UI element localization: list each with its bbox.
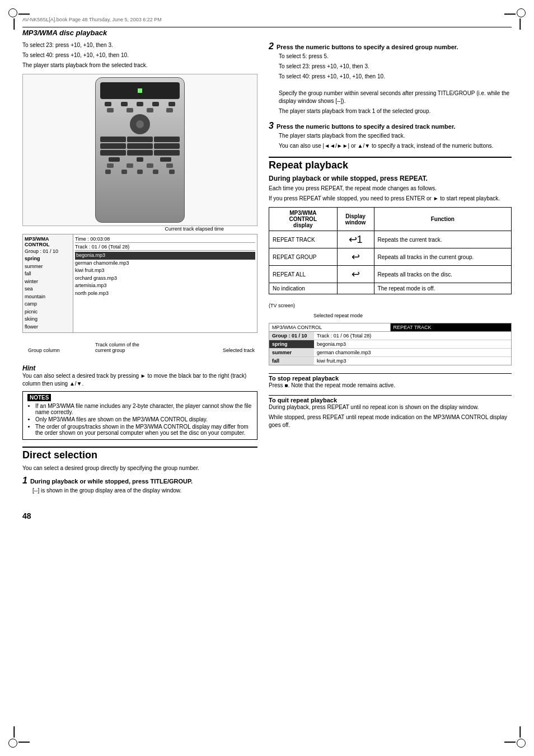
tv-row-fall-val: kiwi fruit.mp3	[314, 357, 511, 365]
diagram-container: Current track elapsed time MP3/WMA CONTR…	[22, 234, 257, 353]
ctrl-group-info: Group : 01 / 10	[25, 248, 71, 254]
table-header-2: Function	[374, 208, 511, 231]
group-winter: winter	[25, 278, 71, 286]
repeat-table: MP3/WMACONTROLdisplay Displaywindow Func…	[269, 207, 512, 294]
step2-detail1: Specify the group number within several …	[279, 90, 512, 105]
ctrl-left-items: spring summer fall winter sea mountain c…	[25, 255, 71, 331]
remote-control	[95, 77, 185, 223]
repeat-track-icon: ↩1	[337, 231, 374, 248]
table-row-repeat-track: REPEAT TRACK ↩1 Repeats the current trac…	[269, 231, 512, 248]
repeat-playback-section: Repeat playback During playback or while…	[269, 157, 512, 294]
group-skiing: skiing	[25, 316, 71, 323]
repeat-group-control: REPEAT GROUP	[269, 248, 338, 266]
notes-box: NOTES If an MP3/WMA file name includes a…	[22, 391, 257, 440]
ctrl-track-info: Track : 01 / 06 (Total 28)	[75, 244, 255, 251]
hint-title: Hint	[22, 364, 257, 372]
step2-detail2: The player starts playback from track 1 …	[279, 107, 512, 115]
step2-line2: To select 40: press +10, +10, +10, then …	[279, 73, 512, 81]
track-5: north pole.mp3	[75, 290, 255, 298]
repeat-group-symbol: ↩	[352, 251, 360, 262]
step1-detail: [--] is shown in the group display area …	[32, 487, 257, 495]
tv-row-fall: fall kiwi fruit.mp3	[269, 357, 511, 365]
tv-row-summer-val: german chamomile.mp3	[314, 349, 511, 356]
tv-screen-box: MP3/WMA CONTROL REPEAT TRACK Group : 01 …	[269, 323, 512, 365]
repeat-all-symbol: ↩	[352, 269, 360, 280]
remote-display	[100, 82, 180, 99]
ann-selected-track: Selected track	[223, 348, 255, 353]
tv-row-group-val: Track : 01 / 06 (Total 28)	[314, 332, 511, 340]
hint-text: You can also select a desired track by p…	[22, 372, 257, 388]
step2-title: Press the numeric buttons to specify a d…	[277, 44, 458, 50]
track-2: kiwi fruit.mp3	[75, 267, 255, 275]
elapsed-label: Current track elapsed time	[165, 226, 224, 232]
step2-num: 2	[269, 41, 274, 51]
direct-selection-section: Direct selection You can select a desire…	[22, 447, 257, 495]
track-3: orchard grass.mp3	[75, 275, 255, 283]
step3-detail2: You can also use |◄◄/►►| or ▲/▼ to speci…	[279, 142, 512, 150]
tv-row-fall-label: fall	[269, 357, 314, 365]
group-fall: fall	[25, 270, 71, 278]
left-column: To select 23: press +10, +10, then 3. To…	[22, 41, 257, 500]
table-row-repeat-group: REPEAT GROUP ↩ Repeats all tracks in the…	[269, 248, 512, 266]
quit-repeat-text1: During playback, press REPEAT until no r…	[269, 403, 512, 411]
step1-num: 1	[22, 476, 27, 486]
note-item-1: Only MP3/WMA files are shown on the MP3/…	[35, 416, 252, 422]
tv-row-spring: spring begonia.mp3	[269, 340, 511, 349]
stop-repeat-text: Press ■. Note that the repeat mode remai…	[269, 382, 512, 389]
tv-header-col2: REPEAT TRACK	[391, 323, 512, 331]
step3-block: 3 Press the numeric buttons to specify a…	[269, 121, 512, 150]
tv-row-spring-label: spring	[269, 340, 314, 348]
select-23-line: To select 23: press +10, +10, then 3.	[22, 41, 257, 49]
page: AV-NK58SL[A].book Page 48 Thursday, June…	[0, 0, 534, 756]
tv-screen-label: (TV screen)	[269, 302, 512, 309]
group-summer: summer	[25, 263, 71, 271]
repeat-desc2: If you press REPEAT while stopped, you n…	[269, 195, 512, 203]
step2-block: 2 Press the numeric buttons to specify a…	[269, 41, 512, 115]
page-number: 48	[22, 511, 512, 520]
step2-line1: To select 23: press +10, +10, then 3.	[279, 63, 512, 71]
ctrl-tracks: begonia.mp3 german chamomile.mp3 kiwi fr…	[75, 252, 255, 297]
right-column: 2 Press the numeric buttons to specify a…	[269, 41, 512, 500]
section-title: MP3/WMA disc playback	[22, 29, 107, 37]
direct-selection-title: Direct selection	[22, 447, 257, 461]
stop-repeat-section: To stop repeat playback Press ■. Note th…	[269, 373, 512, 389]
group-flower: flower	[25, 323, 71, 331]
remote-image-area	[22, 74, 257, 226]
tv-screen-section: (TV screen) Selected repeat mode MP3/WMA…	[269, 302, 512, 365]
repeat-track-symbol: ↩1	[349, 234, 363, 245]
note-item-0: If an MP3/WMA file name includes any 2-b…	[35, 403, 252, 415]
tv-header-row: MP3/WMA CONTROL REPEAT TRACK	[269, 323, 511, 332]
tv-row-spring-val: begonia.mp3	[314, 340, 511, 348]
track-highlighted: begonia.mp3	[75, 252, 255, 260]
group-mountain: mountain	[25, 293, 71, 301]
repeat-all-icon: ↩	[337, 266, 374, 283]
step3-detail1: The player starts playback from the spec…	[279, 132, 512, 140]
repeat-group-icon: ↩	[337, 248, 374, 266]
repeat-track-control: REPEAT TRACK	[269, 231, 338, 248]
no-indication-function: The repeat mode is off.	[374, 283, 511, 294]
control-display: MP3/WMA CONTROL Group : 01 / 10 spring s…	[22, 234, 257, 333]
hint-block: Hint You can also select a desired track…	[22, 364, 257, 388]
no-indication-control: No indication	[269, 283, 338, 294]
table-row-no-indication: No indication The repeat mode is off.	[269, 283, 512, 294]
annotation-area: Group column Track column of thecurrent …	[22, 337, 257, 353]
header-line: AV-NK58SL[A].book Page 48 Thursday, June…	[22, 17, 512, 22]
tv-row-summer-label: summer	[269, 349, 314, 356]
table-row-repeat-all: REPEAT ALL ↩ Repeats all tracks on the d…	[269, 266, 512, 283]
direct-selection-desc: You can select a desired group directly …	[22, 464, 257, 472]
note-item-2: The order of groups/tracks shown in the …	[35, 424, 252, 436]
repeat-playback-title: Repeat playback	[269, 157, 512, 171]
quit-repeat-text2: While stopped, press REPEAT until repeat…	[269, 414, 512, 429]
track-1: german chamomile.mp3	[75, 260, 255, 267]
repeat-group-function: Repeats all tracks in the current group.	[374, 248, 511, 266]
group-sea: sea	[25, 285, 71, 293]
step2-line0: To select 5: press 5.	[279, 53, 512, 60]
tv-header-col1: MP3/WMA CONTROL	[269, 323, 391, 331]
tv-row-group-label: Group : 01 / 10	[269, 332, 314, 340]
repeat-track-function: Repeats the current track.	[374, 231, 511, 248]
repeat-desc1: Each time you press REPEAT, the repeat m…	[269, 185, 512, 192]
tv-row-summer: summer german chamomile.mp3	[269, 349, 511, 357]
group-picnic: picnic	[25, 308, 71, 316]
player-starts-text: The player starts playback from the sele…	[22, 62, 257, 69]
repeat-all-function: Repeats all tracks on the disc.	[374, 266, 511, 283]
